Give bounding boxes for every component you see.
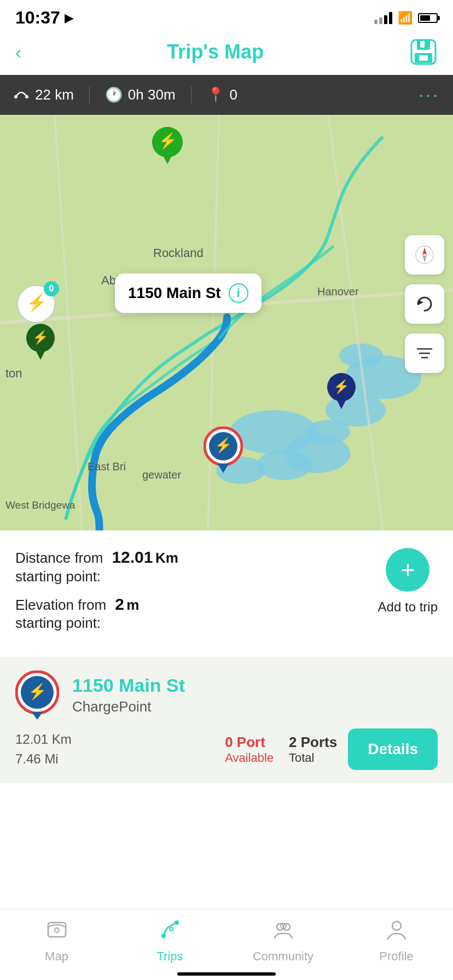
- distance-label: Distance fromstarting point:: [15, 549, 103, 586]
- svg-text:gewater: gewater: [142, 469, 181, 481]
- ports-available-label: Available: [225, 751, 274, 765]
- details-button[interactable]: Details: [348, 728, 438, 770]
- svg-point-67: [283, 924, 290, 930]
- station-header: ⚡ 1150 Main St ChargePoint: [15, 670, 438, 720]
- filter-button[interactable]: [405, 334, 444, 373]
- svg-text:⚡: ⚡: [214, 436, 233, 454]
- add-to-trip-section: + Add to trip: [378, 548, 438, 615]
- distance-value: 22 km: [35, 86, 74, 103]
- ports-total-stat: 2 Ports Total: [289, 734, 337, 765]
- svg-point-6: [25, 95, 28, 98]
- selected-charging-pin[interactable]: ⚡: [204, 427, 243, 473]
- info-icon[interactable]: i: [229, 283, 248, 303]
- map-container[interactable]: Abington Hanover ton East Bri gewater We…: [0, 115, 453, 530]
- clock-icon: 🕐: [105, 86, 123, 103]
- station-card: ⚡ 1150 Main St ChargePoint 12.01 Km 7.46…: [0, 657, 453, 783]
- station-pin-icon: ⚡: [15, 670, 59, 720]
- svg-marker-37: [36, 351, 45, 360]
- ports-available-number: 0 Port: [225, 734, 265, 751]
- svg-text:West Bridgewa: West Bridgewa: [5, 499, 76, 511]
- more-options-button[interactable]: ···: [419, 85, 440, 105]
- trips-nav-icon: [159, 918, 181, 945]
- community-nav-label: Community: [253, 949, 313, 964]
- distance-km: 12.01 Km: [15, 730, 225, 749]
- profile-nav-label: Profile: [379, 949, 413, 964]
- duration-value: 0h 30m: [128, 86, 176, 103]
- svg-text:ton: ton: [5, 366, 22, 380]
- distance-icon: [13, 86, 30, 104]
- ports-available-stat: 0 Port Available: [225, 734, 274, 765]
- svg-rect-4: [420, 41, 425, 48]
- svg-point-63: [161, 934, 166, 938]
- distance-mi: 7.46 Mi: [15, 749, 225, 769]
- status-bar: 10:37 ▶ 📶: [0, 0, 453, 32]
- home-indicator: [177, 972, 276, 976]
- charging-pin-left[interactable]: ⚡: [25, 323, 56, 360]
- nav-item-profile[interactable]: Profile: [340, 918, 453, 964]
- station-details: 1150 Main St ChargePoint: [72, 675, 438, 715]
- add-to-trip-button[interactable]: +: [386, 548, 429, 592]
- svg-point-64: [175, 920, 179, 925]
- charging-pin-right[interactable]: ⚡: [326, 372, 357, 409]
- nav-item-community[interactable]: Community: [226, 918, 340, 964]
- charging-pin-rockland[interactable]: ⚡: [151, 126, 184, 164]
- svg-marker-47: [337, 400, 346, 409]
- nav-item-trips[interactable]: Trips: [113, 918, 226, 964]
- distance-km-unit: Km: [155, 550, 178, 566]
- station-provider: ChargePoint: [72, 698, 438, 715]
- elevation-row: Elevation fromstarting point: 2 m: [15, 595, 367, 633]
- svg-text:⚡: ⚡: [333, 378, 350, 394]
- trips-nav-label: Trips: [156, 949, 183, 964]
- svg-point-69: [392, 921, 401, 930]
- svg-marker-52: [422, 255, 427, 262]
- station-stats: 12.01 Km 7.46 Mi 0 Port Available 2 Port…: [15, 728, 438, 770]
- elevation-label: Elevation fromstarting point:: [15, 596, 106, 633]
- add-to-trip-label: Add to trip: [378, 599, 438, 615]
- route-start-pin: ⚡ 0: [16, 284, 56, 326]
- map-tooltip: 1150 Main St i: [115, 273, 262, 313]
- nav-item-map[interactable]: Map: [0, 918, 113, 964]
- signal-bars-icon: [374, 12, 392, 24]
- bottom-navigation: Map Trips Community: [0, 909, 453, 980]
- ports-total-label: Total: [289, 751, 314, 765]
- station-name: 1150 Main St: [72, 675, 438, 696]
- svg-point-66: [277, 924, 283, 930]
- svg-marker-53: [418, 300, 423, 305]
- ports-total-number: 2 Ports: [289, 734, 337, 751]
- svg-marker-60: [32, 712, 43, 720]
- distance-row: Distance fromstarting point: 12.01 Km: [15, 548, 367, 586]
- wifi-icon: 📶: [398, 11, 413, 25]
- distance-km-value: 12.01: [112, 548, 153, 566]
- svg-text:East Bri: East Bri: [88, 460, 126, 472]
- duration-stat: 🕐 0h 30m: [105, 86, 191, 103]
- status-icons: 📶: [374, 11, 438, 25]
- distance-stat: 22 km: [13, 86, 90, 104]
- svg-point-62: [55, 928, 59, 932]
- compass-button[interactable]: [405, 235, 444, 275]
- tooltip-address: 1150 Main St: [128, 284, 221, 302]
- svg-text:Hanover: Hanover: [317, 285, 359, 298]
- trip-stats-bar: 22 km 🕐 0h 30m 📍 0 ···: [0, 75, 453, 115]
- svg-marker-41: [218, 464, 229, 473]
- elevation-value: 2: [115, 595, 124, 613]
- svg-rect-3: [419, 55, 428, 61]
- page-title: Trip's Map: [167, 40, 264, 63]
- status-time: 10:37: [15, 8, 60, 28]
- back-button[interactable]: ‹: [15, 42, 21, 63]
- svg-marker-51: [422, 247, 427, 255]
- svg-text:⚡: ⚡: [32, 329, 49, 345]
- svg-marker-32: [163, 156, 172, 164]
- station-distance: 12.01 Km 7.46 Mi: [15, 730, 225, 769]
- svg-text:⚡: ⚡: [28, 682, 47, 701]
- svg-point-5: [14, 95, 18, 98]
- elevation-unit: m: [126, 597, 139, 613]
- svg-text:⚡: ⚡: [26, 293, 47, 313]
- refresh-button[interactable]: [405, 284, 444, 324]
- info-card: Distance fromstarting point: 12.01 Km El…: [0, 530, 453, 657]
- profile-nav-icon: [386, 918, 408, 945]
- svg-text:⚡: ⚡: [158, 132, 177, 150]
- svg-point-10: [257, 450, 312, 480]
- save-button[interactable]: [409, 38, 438, 66]
- map-nav-label: Map: [45, 949, 68, 964]
- svg-text:Rockland: Rockland: [153, 246, 204, 260]
